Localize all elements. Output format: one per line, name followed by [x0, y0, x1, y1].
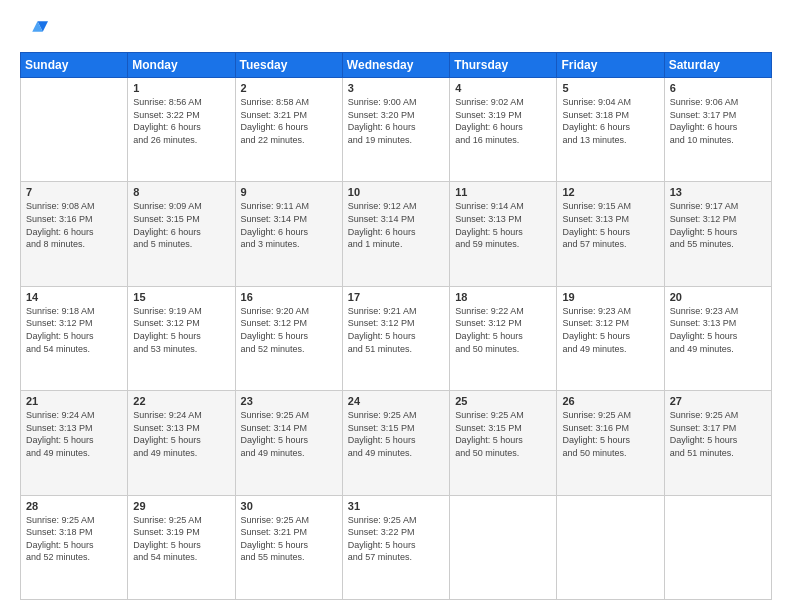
day-info: Sunrise: 9:23 AM Sunset: 3:13 PM Dayligh… [670, 305, 766, 355]
day-number: 23 [241, 395, 337, 407]
day-info: Sunrise: 9:25 AM Sunset: 3:14 PM Dayligh… [241, 409, 337, 459]
day-info: Sunrise: 9:25 AM Sunset: 3:17 PM Dayligh… [670, 409, 766, 459]
calendar-cell: 14Sunrise: 9:18 AM Sunset: 3:12 PM Dayli… [21, 286, 128, 390]
day-info: Sunrise: 9:09 AM Sunset: 3:15 PM Dayligh… [133, 200, 229, 250]
day-info: Sunrise: 9:06 AM Sunset: 3:17 PM Dayligh… [670, 96, 766, 146]
week-row-2: 7Sunrise: 9:08 AM Sunset: 3:16 PM Daylig… [21, 182, 772, 286]
day-info: Sunrise: 9:25 AM Sunset: 3:21 PM Dayligh… [241, 514, 337, 564]
day-number: 21 [26, 395, 122, 407]
header [20, 16, 772, 44]
day-info: Sunrise: 9:25 AM Sunset: 3:22 PM Dayligh… [348, 514, 444, 564]
day-info: Sunrise: 9:25 AM Sunset: 3:18 PM Dayligh… [26, 514, 122, 564]
day-number: 15 [133, 291, 229, 303]
calendar-cell: 20Sunrise: 9:23 AM Sunset: 3:13 PM Dayli… [664, 286, 771, 390]
day-info: Sunrise: 9:25 AM Sunset: 3:15 PM Dayligh… [348, 409, 444, 459]
calendar-cell: 11Sunrise: 9:14 AM Sunset: 3:13 PM Dayli… [450, 182, 557, 286]
calendar-cell: 29Sunrise: 9:25 AM Sunset: 3:19 PM Dayli… [128, 495, 235, 599]
calendar-cell: 4Sunrise: 9:02 AM Sunset: 3:19 PM Daylig… [450, 78, 557, 182]
calendar-cell: 18Sunrise: 9:22 AM Sunset: 3:12 PM Dayli… [450, 286, 557, 390]
calendar-cell: 26Sunrise: 9:25 AM Sunset: 3:16 PM Dayli… [557, 391, 664, 495]
day-info: Sunrise: 9:20 AM Sunset: 3:12 PM Dayligh… [241, 305, 337, 355]
day-number: 12 [562, 186, 658, 198]
day-number: 17 [348, 291, 444, 303]
week-row-4: 21Sunrise: 9:24 AM Sunset: 3:13 PM Dayli… [21, 391, 772, 495]
weekday-header-saturday: Saturday [664, 53, 771, 78]
day-number: 9 [241, 186, 337, 198]
day-info: Sunrise: 9:22 AM Sunset: 3:12 PM Dayligh… [455, 305, 551, 355]
week-row-5: 28Sunrise: 9:25 AM Sunset: 3:18 PM Dayli… [21, 495, 772, 599]
day-info: Sunrise: 9:15 AM Sunset: 3:13 PM Dayligh… [562, 200, 658, 250]
calendar-cell: 8Sunrise: 9:09 AM Sunset: 3:15 PM Daylig… [128, 182, 235, 286]
day-info: Sunrise: 9:24 AM Sunset: 3:13 PM Dayligh… [26, 409, 122, 459]
day-info: Sunrise: 9:00 AM Sunset: 3:20 PM Dayligh… [348, 96, 444, 146]
logo-icon [20, 16, 48, 44]
day-number: 10 [348, 186, 444, 198]
day-number: 4 [455, 82, 551, 94]
day-number: 16 [241, 291, 337, 303]
calendar-cell: 6Sunrise: 9:06 AM Sunset: 3:17 PM Daylig… [664, 78, 771, 182]
day-number: 22 [133, 395, 229, 407]
logo [20, 16, 52, 44]
day-number: 20 [670, 291, 766, 303]
day-info: Sunrise: 9:04 AM Sunset: 3:18 PM Dayligh… [562, 96, 658, 146]
calendar-cell: 10Sunrise: 9:12 AM Sunset: 3:14 PM Dayli… [342, 182, 449, 286]
day-info: Sunrise: 8:56 AM Sunset: 3:22 PM Dayligh… [133, 96, 229, 146]
calendar-cell: 16Sunrise: 9:20 AM Sunset: 3:12 PM Dayli… [235, 286, 342, 390]
calendar-cell: 1Sunrise: 8:56 AM Sunset: 3:22 PM Daylig… [128, 78, 235, 182]
day-info: Sunrise: 9:25 AM Sunset: 3:15 PM Dayligh… [455, 409, 551, 459]
day-number: 6 [670, 82, 766, 94]
day-number: 13 [670, 186, 766, 198]
calendar-cell: 25Sunrise: 9:25 AM Sunset: 3:15 PM Dayli… [450, 391, 557, 495]
day-number: 18 [455, 291, 551, 303]
day-number: 28 [26, 500, 122, 512]
calendar-cell [557, 495, 664, 599]
day-number: 11 [455, 186, 551, 198]
calendar-cell [21, 78, 128, 182]
calendar-cell: 27Sunrise: 9:25 AM Sunset: 3:17 PM Dayli… [664, 391, 771, 495]
day-number: 1 [133, 82, 229, 94]
day-number: 25 [455, 395, 551, 407]
day-info: Sunrise: 9:17 AM Sunset: 3:12 PM Dayligh… [670, 200, 766, 250]
calendar-cell: 30Sunrise: 9:25 AM Sunset: 3:21 PM Dayli… [235, 495, 342, 599]
calendar-cell: 17Sunrise: 9:21 AM Sunset: 3:12 PM Dayli… [342, 286, 449, 390]
calendar-cell: 22Sunrise: 9:24 AM Sunset: 3:13 PM Dayli… [128, 391, 235, 495]
day-info: Sunrise: 9:12 AM Sunset: 3:14 PM Dayligh… [348, 200, 444, 250]
calendar-cell: 28Sunrise: 9:25 AM Sunset: 3:18 PM Dayli… [21, 495, 128, 599]
calendar-cell: 9Sunrise: 9:11 AM Sunset: 3:14 PM Daylig… [235, 182, 342, 286]
calendar-cell: 19Sunrise: 9:23 AM Sunset: 3:12 PM Dayli… [557, 286, 664, 390]
day-number: 29 [133, 500, 229, 512]
day-info: Sunrise: 9:02 AM Sunset: 3:19 PM Dayligh… [455, 96, 551, 146]
calendar-table: SundayMondayTuesdayWednesdayThursdayFrid… [20, 52, 772, 600]
day-info: Sunrise: 9:19 AM Sunset: 3:12 PM Dayligh… [133, 305, 229, 355]
calendar-cell: 5Sunrise: 9:04 AM Sunset: 3:18 PM Daylig… [557, 78, 664, 182]
weekday-header-friday: Friday [557, 53, 664, 78]
calendar-cell: 2Sunrise: 8:58 AM Sunset: 3:21 PM Daylig… [235, 78, 342, 182]
day-number: 2 [241, 82, 337, 94]
day-number: 30 [241, 500, 337, 512]
weekday-header-row: SundayMondayTuesdayWednesdayThursdayFrid… [21, 53, 772, 78]
day-info: Sunrise: 9:25 AM Sunset: 3:19 PM Dayligh… [133, 514, 229, 564]
weekday-header-sunday: Sunday [21, 53, 128, 78]
day-number: 31 [348, 500, 444, 512]
calendar-cell: 3Sunrise: 9:00 AM Sunset: 3:20 PM Daylig… [342, 78, 449, 182]
weekday-header-thursday: Thursday [450, 53, 557, 78]
day-info: Sunrise: 9:11 AM Sunset: 3:14 PM Dayligh… [241, 200, 337, 250]
calendar-cell: 21Sunrise: 9:24 AM Sunset: 3:13 PM Dayli… [21, 391, 128, 495]
day-number: 14 [26, 291, 122, 303]
day-info: Sunrise: 9:24 AM Sunset: 3:13 PM Dayligh… [133, 409, 229, 459]
calendar-cell: 7Sunrise: 9:08 AM Sunset: 3:16 PM Daylig… [21, 182, 128, 286]
day-number: 26 [562, 395, 658, 407]
calendar-cell: 15Sunrise: 9:19 AM Sunset: 3:12 PM Dayli… [128, 286, 235, 390]
page: SundayMondayTuesdayWednesdayThursdayFrid… [0, 0, 792, 612]
weekday-header-tuesday: Tuesday [235, 53, 342, 78]
day-number: 5 [562, 82, 658, 94]
calendar-cell: 23Sunrise: 9:25 AM Sunset: 3:14 PM Dayli… [235, 391, 342, 495]
day-info: Sunrise: 9:08 AM Sunset: 3:16 PM Dayligh… [26, 200, 122, 250]
calendar-cell: 24Sunrise: 9:25 AM Sunset: 3:15 PM Dayli… [342, 391, 449, 495]
day-number: 3 [348, 82, 444, 94]
week-row-3: 14Sunrise: 9:18 AM Sunset: 3:12 PM Dayli… [21, 286, 772, 390]
day-number: 24 [348, 395, 444, 407]
day-info: Sunrise: 9:23 AM Sunset: 3:12 PM Dayligh… [562, 305, 658, 355]
week-row-1: 1Sunrise: 8:56 AM Sunset: 3:22 PM Daylig… [21, 78, 772, 182]
calendar-cell: 12Sunrise: 9:15 AM Sunset: 3:13 PM Dayli… [557, 182, 664, 286]
